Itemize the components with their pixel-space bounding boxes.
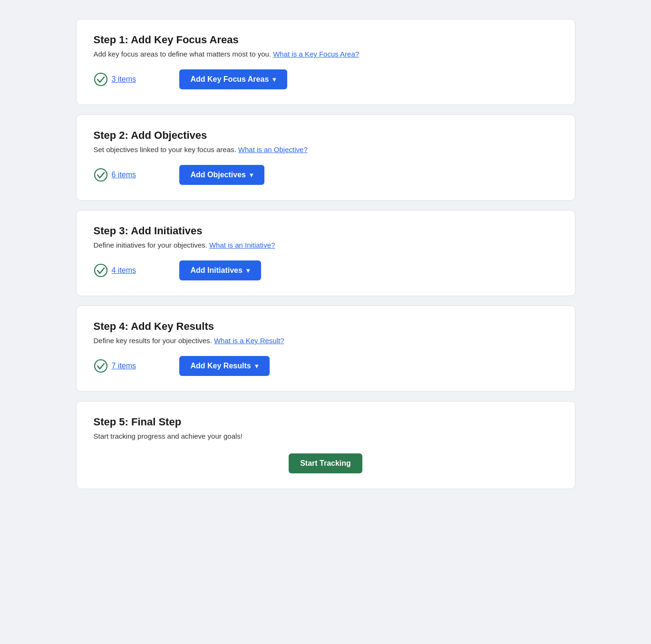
- step4-action-button[interactable]: Add Key Results ▾: [179, 356, 270, 376]
- step4-description: Define key results for your objectives. …: [94, 336, 558, 345]
- step1-chevron-icon: ▾: [272, 76, 276, 83]
- step4-button-label: Add Key Results: [191, 362, 251, 370]
- step4-items-link[interactable]: 7 items: [112, 362, 136, 370]
- step3-items-link[interactable]: 4 items: [112, 266, 136, 275]
- step2-items-badge: 6 items: [94, 168, 170, 182]
- step3-card: Step 3: Add Initiatives Define initiativ…: [76, 210, 575, 296]
- start-tracking-label: Start Tracking: [300, 459, 351, 468]
- step4-chevron-icon: ▾: [255, 362, 258, 370]
- step4-help-link[interactable]: What is a Key Result?: [214, 336, 284, 345]
- step2-description: Set objectives linked to your key focus …: [94, 145, 558, 154]
- step3-description: Define initiatives for your objectives. …: [94, 241, 558, 249]
- step5-title: Step 5: Final Step: [94, 416, 558, 428]
- step2-help-link[interactable]: What is an Objective?: [238, 145, 308, 154]
- step3-chevron-icon: ▾: [246, 267, 250, 274]
- step3-check-icon: [94, 263, 108, 278]
- step1-items-link[interactable]: 3 items: [112, 75, 136, 84]
- svg-point-3: [95, 360, 107, 372]
- step4-check-icon: [94, 359, 108, 373]
- step3-title: Step 3: Add Initiatives: [94, 225, 558, 237]
- step2-button-label: Add Objectives: [191, 171, 246, 179]
- step3-button-label: Add Initiatives: [191, 266, 243, 275]
- step2-title: Step 2: Add Objectives: [94, 129, 558, 142]
- step4-items-badge: 7 items: [94, 359, 170, 373]
- step5-card: Step 5: Final Step Start tracking progre…: [76, 401, 575, 489]
- svg-point-1: [95, 169, 107, 181]
- start-tracking-button[interactable]: Start Tracking: [289, 453, 362, 473]
- step2-check-icon: [94, 168, 108, 182]
- step2-card: Step 2: Add Objectives Set objectives li…: [76, 115, 575, 201]
- step2-action-button[interactable]: Add Objectives ▾: [179, 165, 264, 185]
- step2-items-link[interactable]: 6 items: [112, 171, 136, 179]
- step3-items-badge: 4 items: [94, 263, 170, 278]
- step1-title: Step 1: Add Key Focus Areas: [94, 34, 558, 46]
- svg-point-0: [95, 73, 107, 86]
- step1-button-label: Add Key Focus Areas: [191, 75, 269, 84]
- step2-chevron-icon: ▾: [250, 171, 253, 179]
- svg-point-2: [95, 264, 107, 277]
- step4-card: Step 4: Add Key Results Define key resul…: [76, 306, 575, 392]
- step1-help-link[interactable]: What is a Key Focus Area?: [273, 50, 359, 58]
- step4-title: Step 4: Add Key Results: [94, 320, 558, 333]
- step3-help-link[interactable]: What is an Initiative?: [209, 241, 275, 249]
- step1-check-icon: [94, 72, 108, 87]
- step1-description: Add key focus areas to define what matte…: [94, 50, 558, 58]
- step1-action-button[interactable]: Add Key Focus Areas ▾: [179, 69, 288, 89]
- step5-description: Start tracking progress and achieve your…: [94, 432, 558, 440]
- step1-card: Step 1: Add Key Focus Areas Add key focu…: [76, 19, 575, 105]
- step3-action-button[interactable]: Add Initiatives ▾: [179, 260, 261, 280]
- page-container: Step 1: Add Key Focus Areas Add key focu…: [76, 19, 575, 489]
- step1-items-badge: 3 items: [94, 72, 170, 87]
